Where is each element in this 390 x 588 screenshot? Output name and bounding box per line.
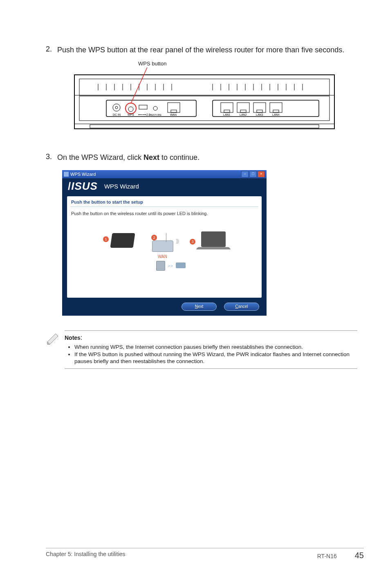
svg-point-30 [128,107,133,112]
titlebar: WPS Wizard – □ × [62,170,267,178]
panel-heading: Push the button to start the setup [70,199,258,207]
svg-text:LAN3: LAN3 [256,113,263,116]
arrows-icon: >> [168,263,173,268]
svg-rect-44 [273,110,279,112]
panel-instruction: Push the button on the wireless router u… [70,207,258,218]
page-number: 45 [355,551,364,560]
wizard-header: WPS Wizard [104,183,139,190]
step3-text: On the WPS Wizard, click Next to continu… [57,153,199,162]
svg-point-31 [126,103,136,114]
router-svg: DC IN WPS ⟵⟶2.0 RESTORE WAN LAN1 LAN2 LA… [74,67,335,133]
note-item: When running WPS, the Internet connectio… [74,344,357,351]
svg-text:⟵⟶2.0: ⟵⟶2.0 [138,113,150,116]
minimize-button[interactable]: – [241,171,249,177]
footer-model: RT-N16 [317,553,337,559]
svg-text:LAN1: LAN1 [223,113,231,116]
wps-button-label: WPS button [138,61,335,67]
wan-label: WAN [158,254,167,259]
svg-point-28 [113,104,120,111]
svg-point-29 [115,106,118,109]
cancel-button[interactable]: Cancel [224,303,259,311]
svg-text:WPS: WPS [128,113,134,116]
svg-text:DC IN: DC IN [113,113,121,116]
svg-rect-40 [240,110,246,112]
svg-rect-25 [79,96,329,121]
close-button[interactable]: × [258,171,265,177]
svg-text:WAN: WAN [170,113,177,116]
svg-rect-39 [237,103,249,112]
svg-rect-33 [139,105,147,109]
svg-text:LAN2: LAN2 [240,113,247,116]
window-title: WPS Wizard [70,172,241,177]
connection-illustration: 1 2 ))) 3 WAN > [70,229,258,282]
svg-text:LAN4: LAN4 [272,113,280,116]
wps-wizard-window: WPS Wizard – □ × ISUS WPS Wizard Push th… [62,170,267,316]
note-item: If the WPS button is pushed without runn… [74,351,357,365]
svg-rect-46 [90,125,319,128]
page-footer: Chapter 5: Installing the utilities RT-N… [46,548,364,560]
svg-rect-41 [253,103,266,112]
step3-number: 3. [46,153,57,162]
maximize-button[interactable]: □ [249,171,257,177]
modem-icon: 1 [111,233,134,248]
svg-rect-35 [168,103,180,112]
step2-number: 2. [46,45,57,55]
svg-point-34 [153,106,157,110]
svg-rect-42 [257,110,262,112]
svg-rect-43 [270,103,282,112]
notes-heading: Notes [65,334,81,341]
pencil-icon [46,332,65,348]
router-diagram: WPS button [74,61,335,133]
step2-text: Push the WPS button at the rear panel of… [57,45,344,55]
usb-device-icon [156,261,165,271]
svg-rect-38 [224,110,230,112]
router-icon: 2 [152,240,173,252]
svg-marker-56 [47,334,58,344]
svg-rect-37 [221,103,233,112]
app-icon [64,172,69,177]
card-icon [176,263,186,268]
svg-text:RESTORE: RESTORE [150,114,161,116]
brand-logo: ISUS [68,180,98,193]
footer-chapter: Chapter 5: Installing the utilities [46,551,126,560]
wifi-signal-icon: ))) [176,238,178,244]
laptop-icon: 3 [197,231,230,250]
svg-line-32 [131,67,147,103]
svg-rect-36 [171,110,177,112]
svg-rect-1 [79,79,329,95]
next-button[interactable]: Next [182,303,217,311]
